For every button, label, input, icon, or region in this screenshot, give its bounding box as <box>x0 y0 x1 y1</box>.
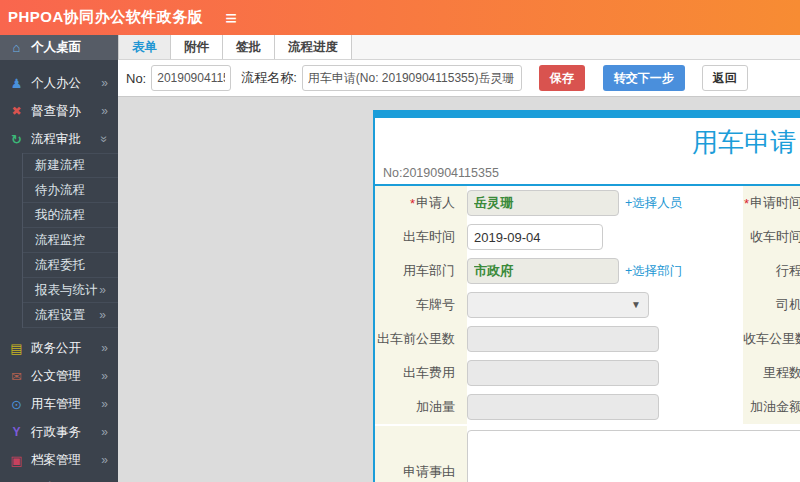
tab-bar: 表单 附件 签批 流程进度 <box>118 35 800 60</box>
tab-signoff[interactable]: 签批 <box>223 35 275 59</box>
field-label: 收车时间 <box>743 220 800 254</box>
sidebar-item-supervision[interactable]: ✖ 督查督办 » <box>0 97 118 125</box>
flow-name-label: 流程名称: <box>241 69 297 87</box>
submenu-item-new-flow[interactable]: 新建流程 <box>23 153 118 178</box>
sidebar-item-workflow-approval[interactable]: ↻ 流程审批 » <box>0 125 118 153</box>
plate-number-select[interactable]: ▼ <box>467 292 649 318</box>
label-text: 申请人 <box>416 194 455 212</box>
vehicle-icon: ⊙ <box>8 397 25 412</box>
form-panel: 用车申请 No:20190904115355 * 申请人 +选择人员 * 申请时… <box>373 110 800 482</box>
sidebar-item-archive-mgmt[interactable]: ▣ 档案管理 » <box>0 446 118 474</box>
field-cell <box>467 426 800 482</box>
submenu-item-label: 待办流程 <box>35 182 85 199</box>
submenu-item-reports-stats[interactable]: 报表与统计 » <box>23 278 118 303</box>
save-button[interactable]: 保存 <box>539 65 585 91</box>
sidebar-item-label: 个人办公 <box>31 75 81 92</box>
field-label: 收车公里数 <box>743 322 800 356</box>
field-label: 用车部门 <box>375 254 467 288</box>
expand-arrow-icon: » <box>101 77 108 89</box>
toolbar: No: 流程名称: 保存 转交下一步 返回 <box>118 60 800 97</box>
submenu-item-label: 流程委托 <box>35 257 85 274</box>
sidebar-item-label: 个人桌面 <box>31 39 81 56</box>
field-cell: +选择部门 <box>467 254 743 288</box>
sidebar-item-document-mgmt[interactable]: ✉ 公文管理 » <box>0 362 118 390</box>
back-button[interactable]: 返回 <box>702 65 748 91</box>
select-person-link[interactable]: +选择人员 <box>625 195 682 212</box>
submenu-item-label: 流程监控 <box>35 232 85 249</box>
label-text: 申请事由 <box>403 463 455 481</box>
sidebar-item-vehicle-mgmt[interactable]: ⊙ 用车管理 » <box>0 390 118 418</box>
select-department-link[interactable]: +选择部门 <box>625 263 682 280</box>
panel-header: 用车申请 <box>375 118 800 162</box>
sidebar-item-desktop[interactable]: ⌂ 个人桌面 <box>0 35 118 60</box>
field-label: 申请事由 <box>375 426 467 482</box>
sidebar-item-label: 公文管理 <box>31 368 81 385</box>
archive-icon: ▣ <box>8 453 25 468</box>
admin-icon: Y <box>8 425 25 439</box>
sidebar-item-label: 行政事务 <box>31 424 81 441</box>
trip-cost-input <box>467 360 659 386</box>
label-text: 行程 <box>776 262 800 280</box>
label-text: 司机 <box>776 296 800 314</box>
field-cell <box>467 390 743 424</box>
expand-arrow-icon: » <box>99 284 106 296</box>
submenu-item-label: 我的流程 <box>35 207 85 224</box>
label-text: 收车公里数 <box>743 330 800 348</box>
menu-icon[interactable]: ≡ <box>225 8 237 28</box>
document-icon: ✉ <box>8 369 25 384</box>
label-text: 出车前公里数 <box>377 330 455 348</box>
app-title: PHPOA协同办公软件政务版 <box>0 8 203 27</box>
label-text: 用车部门 <box>403 262 455 280</box>
expand-arrow-icon: » <box>101 398 108 410</box>
tab-attachments[interactable]: 附件 <box>171 35 223 59</box>
collapse-arrow-icon: » <box>99 136 111 143</box>
label-text: 加油量 <box>416 398 455 416</box>
tab-label: 附件 <box>184 39 209 56</box>
fuel-amount-input <box>467 394 659 420</box>
field-label: 行程 <box>743 254 800 288</box>
expand-arrow-icon: » <box>101 426 108 438</box>
flow-name-input[interactable] <box>302 65 522 91</box>
expand-arrow-icon: » <box>101 342 108 354</box>
chevron-down-icon: ▼ <box>631 300 641 310</box>
tab-flow-progress[interactable]: 流程进度 <box>275 35 352 59</box>
expand-arrow-icon: » <box>101 454 108 466</box>
sidebar-item-hr-mgmt[interactable]: ▥ 人事管理 » <box>0 474 118 482</box>
panel-top-bar <box>375 110 800 118</box>
label-text: 出车时间 <box>403 228 455 246</box>
form-row-applicant: * 申请人 +选择人员 * 申请时间 <box>375 186 800 220</box>
tab-form[interactable]: 表单 <box>118 35 171 59</box>
submenu-item-flow-settings[interactable]: 流程设置 » <box>23 303 118 328</box>
reason-textarea[interactable] <box>467 430 800 482</box>
submenu-item-my-flow[interactable]: 我的流程 <box>23 203 118 228</box>
field-cell: ▼ <box>467 288 743 322</box>
main-area: 表单 附件 签批 流程进度 No: 流程名称: 保存 转交下一步 返回 用车申请… <box>118 35 800 482</box>
label-text: 申请时间 <box>750 194 800 212</box>
label-text: 加油金额 <box>750 398 800 416</box>
no-input[interactable] <box>151 65 231 91</box>
submenu-item-label: 新建流程 <box>35 157 85 174</box>
sidebar-item-personal-office[interactable]: ♟ 个人办公 » <box>0 69 118 97</box>
expand-arrow-icon: » <box>101 105 108 117</box>
form-row-depart-time: 出车时间 收车时间 <box>375 220 800 254</box>
submenu-item-flow-delegate[interactable]: 流程委托 <box>23 253 118 278</box>
field-label: 出车前公里数 <box>375 322 467 356</box>
sidebar-item-label: 用车管理 <box>31 396 81 413</box>
field-label: 司机 <box>743 288 800 322</box>
depart-date-input[interactable] <box>467 224 603 250</box>
submenu-item-todo-flow[interactable]: 待办流程 <box>23 178 118 203</box>
form-row-reason: 申请事由 <box>375 426 800 482</box>
field-label: 加油金额 <box>743 390 800 424</box>
content-area: 用车申请 No:20190904115355 * 申请人 +选择人员 * 申请时… <box>118 97 800 482</box>
km-before-input <box>467 326 659 352</box>
label-text: 收车时间 <box>750 228 800 246</box>
sidebar-item-admin-affairs[interactable]: Y 行政事务 » <box>0 418 118 446</box>
field-label: 加油量 <box>375 390 467 424</box>
forward-next-step-button[interactable]: 转交下一步 <box>603 65 685 91</box>
home-icon: ⌂ <box>8 40 25 55</box>
sidebar-item-gov-open[interactable]: ▤ 政务公开 » <box>0 334 118 362</box>
submenu-item-flow-monitor[interactable]: 流程监控 <box>23 228 118 253</box>
expand-arrow-icon: » <box>101 370 108 382</box>
app-header: PHPOA协同办公软件政务版 ≡ <box>0 0 800 35</box>
form-row-fuel-amount: 加油量 加油金额 <box>375 390 800 424</box>
